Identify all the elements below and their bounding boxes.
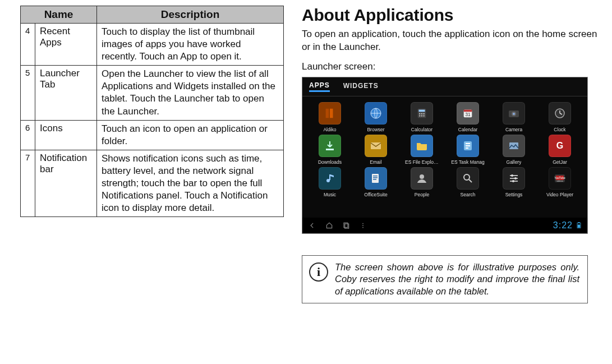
svg-rect-32	[373, 179, 376, 180]
row-description: Touch to display the list of thumbnail i…	[97, 24, 284, 66]
intro-paragraph: To open an application, touch the applic…	[302, 28, 601, 54]
app-video-player[interactable]: YouTubevideos Video Player	[538, 167, 582, 197]
svg-point-10	[421, 115, 422, 116]
svg-rect-31	[373, 177, 378, 178]
row-name: Notification bar	[35, 150, 97, 216]
app-downloads[interactable]: Downloads	[308, 135, 352, 165]
info-icon: i	[309, 262, 328, 282]
app-label: Browser	[367, 127, 384, 132]
app-music[interactable]: Music	[308, 167, 352, 197]
app-browser[interactable]: Browser	[354, 102, 398, 132]
clock-time: 3:22	[553, 220, 573, 231]
status-clock: 3:22	[553, 220, 582, 231]
info-note-box: i The screen shown above is for illustra…	[302, 255, 588, 303]
app-grid: Aldiko Browser Calculator 31	[302, 96, 587, 201]
app-label: People	[415, 192, 429, 197]
device-nav-bar: 3:22	[302, 218, 587, 233]
app-label: ES File Explorer	[405, 159, 439, 165]
app-calculator[interactable]: Calculator	[400, 102, 444, 132]
svg-point-17	[513, 113, 515, 115]
app-people[interactable]: People	[400, 167, 444, 197]
recent-apps-icon[interactable]	[342, 222, 351, 229]
battery-icon	[576, 222, 582, 229]
app-gallery[interactable]: Gallery	[492, 135, 536, 165]
svg-rect-0	[326, 109, 329, 118]
app-officesuite[interactable]: OfficeSuite	[354, 167, 398, 197]
es-task-manager-icon	[457, 135, 479, 157]
tab-widgets[interactable]: WIDGETS	[343, 82, 379, 91]
people-icon	[411, 167, 433, 190]
table-header-name: Name	[21, 6, 97, 24]
svg-rect-19	[326, 149, 334, 150]
row-number: 6	[21, 120, 35, 150]
row-name: Launcher Tab	[35, 66, 97, 120]
app-label: GetJar	[553, 159, 567, 165]
svg-rect-23	[466, 145, 470, 146]
app-label: ES Task Manag	[451, 159, 484, 165]
app-label: Calculator	[411, 127, 432, 132]
svg-text:videos: videos	[556, 179, 563, 182]
svg-text:31: 31	[465, 112, 471, 117]
row-number: 4	[21, 24, 35, 66]
es-file-explorer-icon	[411, 135, 433, 157]
app-label: Downloads	[318, 159, 342, 165]
app-es-task-manager[interactable]: ES Task Manag	[446, 135, 490, 165]
app-calendar[interactable]: 31 Calendar	[446, 102, 490, 132]
back-icon[interactable]	[308, 222, 317, 229]
app-label: Calendar	[458, 127, 478, 132]
browser-icon	[365, 102, 387, 125]
row-description: Open the Launcher to view the list of al…	[97, 66, 284, 120]
svg-rect-24	[466, 148, 468, 149]
app-search[interactable]: Search	[446, 167, 490, 197]
svg-point-34	[464, 174, 470, 180]
svg-rect-29	[372, 174, 379, 183]
camera-icon	[503, 102, 525, 125]
app-label: Aldiko	[323, 127, 336, 132]
app-getjar[interactable]: G GetJar	[538, 135, 582, 165]
app-label: Search	[461, 192, 476, 197]
email-icon	[365, 135, 387, 157]
table-row: 5 Launcher Tab Open the Launcher to view…	[21, 66, 284, 120]
app-clock[interactable]: Clock	[538, 102, 582, 132]
svg-rect-52	[578, 224, 581, 227]
aldiko-icon	[319, 102, 341, 125]
app-aldiko[interactable]: Aldiko	[308, 102, 352, 132]
svg-rect-28	[329, 174, 330, 180]
row-description: Shows notification icons such as time, b…	[97, 150, 284, 216]
menu-icon[interactable]	[358, 222, 367, 229]
name-description-table-container: Name Description 4 Recent Apps Touch to …	[20, 6, 284, 303]
svg-point-47	[362, 223, 363, 224]
device-tabs: APPS WIDGETS	[302, 77, 587, 96]
home-icon[interactable]	[325, 222, 334, 229]
app-label: Clock	[554, 127, 565, 132]
app-es-file-explorer[interactable]: ES File Explorer	[400, 135, 444, 165]
row-number: 7	[21, 150, 35, 216]
table-row: 7 Notification bar Shows notification ic…	[21, 150, 284, 216]
svg-point-9	[419, 115, 420, 116]
app-label: Settings	[505, 192, 523, 197]
calendar-icon: 31	[457, 102, 479, 125]
svg-rect-22	[466, 143, 470, 144]
tab-apps[interactable]: APPS	[309, 81, 330, 92]
svg-rect-20	[371, 142, 381, 149]
app-label: Gallery	[507, 159, 522, 165]
app-label: Video Player	[546, 192, 573, 197]
svg-point-7	[421, 113, 422, 114]
table-row: 6 Icons Touch an icon to open an applica…	[21, 120, 284, 150]
calculator-icon	[411, 102, 433, 125]
svg-rect-1	[330, 109, 333, 118]
music-icon	[319, 167, 341, 190]
svg-point-40	[512, 180, 514, 182]
svg-point-36	[511, 174, 513, 177]
row-name: Icons	[35, 120, 97, 150]
section-heading: About Applications	[302, 6, 601, 25]
svg-point-11	[424, 115, 425, 116]
svg-point-8	[424, 113, 425, 114]
app-settings[interactable]: Settings	[492, 167, 536, 197]
app-email[interactable]: Email	[354, 135, 398, 165]
app-camera[interactable]: Camera	[492, 102, 536, 132]
row-name: Recent Apps	[35, 24, 97, 66]
video-player-icon: YouTubevideos	[549, 167, 571, 190]
app-label: Email	[370, 159, 381, 165]
svg-rect-5	[419, 109, 425, 112]
